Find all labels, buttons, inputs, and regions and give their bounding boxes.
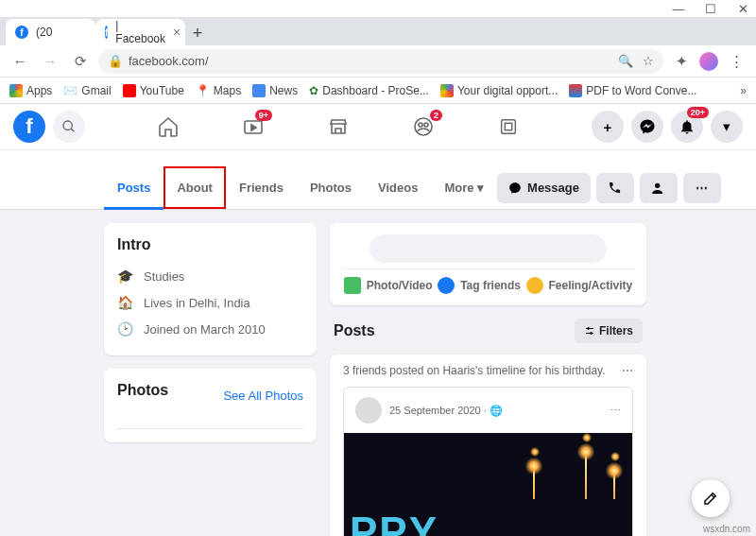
reload-button[interactable]: ⟳ [68,49,93,74]
photos-grid-placeholder [117,424,303,429]
message-button[interactable]: Message [497,173,591,203]
svg-point-3 [415,118,432,135]
phone-icon [608,181,622,195]
tab-videos[interactable]: Videos [365,166,431,209]
filters-button[interactable]: Filters [575,319,643,343]
bookmark-star-icon[interactable]: ☆ [643,54,654,68]
watch-badge: 9+ [255,110,272,121]
gmail-icon: ✉️ [63,84,77,97]
call-button[interactable] [596,173,634,203]
facebook-search-button[interactable] [53,111,85,143]
search-icon [61,119,77,134]
nav-marketplace[interactable] [319,108,357,146]
extensions-icon[interactable]: ✦ [669,49,694,74]
pdf-bookmark[interactable]: PDF to Word Conve... [569,84,696,97]
intro-joined: 🕑 Joined on March 2010 [117,316,303,342]
browser-tab[interactable]: f (20 [6,19,95,45]
photo-icon [344,277,361,294]
svg-point-0 [63,121,72,130]
tab-more[interactable]: More ▾ [431,166,497,209]
bookmarks-bar: Apps ✉️Gmail YouTube 📍Maps News ✿Dashboa… [0,78,756,104]
nav-home[interactable] [149,108,187,146]
address-bar[interactable]: 🔒 facebook.com/ 🔍 ☆ [98,49,663,74]
clock-icon: 🕑 [117,321,134,337]
post-media[interactable]: PPY [344,433,632,536]
post-summary-menu-icon[interactable]: ⋯ [622,364,633,377]
minimize-button[interactable]: — [671,2,686,16]
svg-point-8 [655,182,660,187]
notifications-button[interactable]: 20+ [671,111,703,143]
tag-icon [438,277,455,294]
account-menu-button[interactable]: ▾ [711,111,743,143]
profile-more-button[interactable]: ⋯ [683,173,721,203]
composer-input[interactable] [369,234,607,263]
messenger-button[interactable] [631,111,663,143]
tab-about[interactable]: About [163,166,226,209]
composer-actions: Photo/Video Tag friends Feeling/Activity [341,268,635,294]
browser-menu-icon[interactable]: ⋮ [724,49,748,74]
create-button[interactable]: + [592,111,624,143]
intro-lives-in: 🏠 Lives in Delhi, India [117,289,303,316]
back-button[interactable]: ← [8,49,32,74]
post-inner: 25 September 2020 · 🌐 ⋯ PPY [343,387,633,536]
window-controls: — ☐ ✕ [0,0,756,17]
profile-avatar-icon[interactable] [699,52,718,71]
photos-heading: Photos [117,382,168,399]
right-column: Photo/Video Tag friends Feeling/Activity… [330,223,646,536]
photos-card: Photos See All Photos [104,369,317,442]
edit-icon [702,490,719,507]
bookmarks-overflow-icon[interactable]: » [740,84,747,97]
search-in-page-icon[interactable]: 🔍 [618,54,633,68]
tab-posts[interactable]: Posts [104,166,163,209]
browser-tab-active[interactable]: f | Facebook × [95,19,185,45]
maximize-button[interactable]: ☐ [703,2,718,16]
new-tab-button[interactable]: + [185,21,210,45]
notifications-badge: 20+ [687,107,709,118]
facebook-header: f 9+ 2 + 20+ ▾ [0,104,756,149]
profile-actions: Message ⋯ [497,173,756,203]
facebook-favicon-icon: f [105,26,108,39]
digital-bookmark[interactable]: Your digital opport... [440,84,558,97]
gmail-bookmark[interactable]: ✉️Gmail [63,84,111,97]
close-tab-icon[interactable]: × [173,25,180,40]
svg-rect-7 [505,123,511,130]
youtube-bookmark[interactable]: YouTube [123,84,184,97]
close-window-button[interactable]: ✕ [735,2,750,16]
store-icon [327,115,350,138]
edit-fab[interactable] [692,479,730,517]
tab-photos[interactable]: Photos [297,166,365,209]
facebook-logo[interactable]: f [13,111,45,143]
home-icon: 🏠 [117,295,134,310]
nav-watch[interactable]: 9+ [234,108,272,146]
apps-bookmark[interactable]: Apps [9,84,52,97]
svg-line-1 [71,129,74,131]
dashboard-bookmark[interactable]: ✿Dashboard - ProSe... [309,84,429,97]
feeling-icon [526,277,543,294]
tab-friends[interactable]: Friends [226,166,297,209]
see-all-photos-link[interactable]: See All Photos [223,389,303,403]
sliders-icon [584,325,595,337]
composer-feeling[interactable]: Feeling/Activity [526,277,633,294]
forward-button[interactable]: → [38,49,62,74]
svg-point-4 [419,123,422,127]
maps-pin-icon: 📍 [196,84,210,97]
post-menu-icon[interactable]: ⋯ [610,405,621,417]
gaming-icon [498,116,519,137]
nav-gaming[interactable] [490,108,527,146]
post-author-avatar[interactable] [355,397,382,424]
leaf-icon: ✿ [309,84,318,97]
profile-tabs-row: Posts About Friends Photos Videos More ▾… [0,166,756,210]
maps-bookmark[interactable]: 📍Maps [196,84,241,97]
news-bookmark[interactable]: News [252,84,298,97]
facebook-favicon-icon: f [15,26,28,39]
posts-header: Posts Filters [330,317,646,343]
composer-tag-friends[interactable]: Tag friends [438,277,521,294]
lock-icon: 🔒 [108,54,123,68]
post-composer[interactable]: Photo/Video Tag friends Feeling/Activity [330,223,646,305]
composer-photo-video[interactable]: Photo/Video [344,277,433,294]
gif-text: PPY [350,509,438,536]
friend-status-button[interactable] [640,173,678,203]
post-subheader: 25 September 2020 · 🌐 ⋯ [344,388,632,433]
posts-heading: Posts [334,322,375,339]
nav-groups[interactable]: 2 [404,108,442,146]
